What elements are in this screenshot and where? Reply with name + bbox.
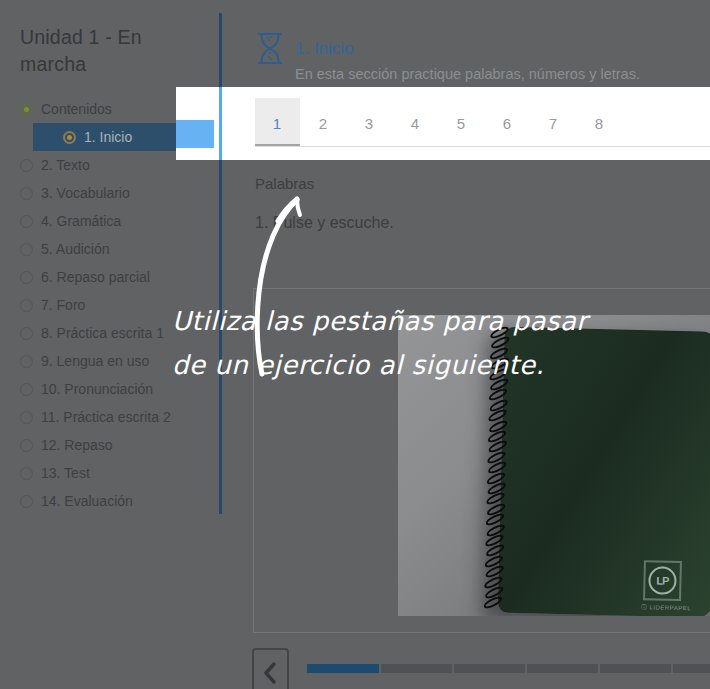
- radio-icon: [63, 131, 76, 144]
- section-title: 1. Inicio: [295, 39, 354, 59]
- radio-icon: [20, 215, 33, 228]
- exercise-tab-1[interactable]: 1: [254, 87, 300, 160]
- radio-icon: [20, 159, 33, 172]
- sidebar-divider-line-highlight: [219, 87, 222, 160]
- sidebar-item-6-repaso-parcial[interactable]: 6. Repaso parcial: [0, 263, 232, 291]
- radio-icon: [20, 439, 33, 452]
- chevron-left-icon: [254, 650, 287, 689]
- progress-segment: [600, 664, 671, 673]
- progress-segment: [307, 664, 379, 673]
- exercise-tab-6[interactable]: 6: [484, 87, 530, 160]
- app-window: Unidad 1 - En marcha Contenidos 1. Inici…: [0, 0, 710, 689]
- radio-icon: [20, 299, 33, 312]
- progress-segment: [527, 664, 598, 673]
- notebook-brand-text: ⓘ LIDERPAPEL: [641, 603, 701, 613]
- exercise-tab-4[interactable]: 4: [392, 87, 438, 160]
- tutorial-hint-line1: Utiliza las pestañas para pasar: [172, 306, 588, 336]
- exercise-tab-3[interactable]: 3: [346, 87, 392, 160]
- radio-icon: [20, 187, 33, 200]
- exercise-tab-strip: 12345678: [254, 87, 710, 160]
- progress-bar: [307, 664, 710, 673]
- radio-icon: [20, 495, 33, 508]
- sidebar-item-14-evaluacion[interactable]: 14. Evaluación: [0, 487, 232, 515]
- radio-icon: [20, 411, 33, 424]
- notebook-logo: LP: [643, 560, 682, 601]
- exercise-tab-7[interactable]: 7: [530, 87, 576, 160]
- radio-icon: [20, 467, 33, 480]
- exercise-tabs-spotlight: 12345678: [176, 87, 710, 160]
- exercise-tab-2[interactable]: 2: [300, 87, 346, 160]
- radio-icon: [20, 355, 33, 368]
- sidebar-item-5-audicion[interactable]: 5. Audición: [0, 235, 232, 263]
- radio-icon: [20, 103, 33, 116]
- section-description: En esta sección practique palabras, núme…: [295, 66, 640, 82]
- sidebar-item-11-practica-escrita-2[interactable]: 11. Práctica escrita 2: [0, 403, 232, 431]
- sidebar-item-4-gramatica[interactable]: 4. Gramática: [0, 207, 232, 235]
- progress-segment: [454, 664, 525, 673]
- tutorial-arrow: [240, 186, 320, 390]
- exercise-tab-5[interactable]: 5: [438, 87, 484, 160]
- exercise-tab-8[interactable]: 8: [576, 87, 622, 160]
- lp-monogram: LP: [648, 566, 677, 595]
- sidebar-item-3-vocabulario[interactable]: 3. Vocabulario: [0, 179, 232, 207]
- sidebar-item-13-test[interactable]: 13. Test: [0, 459, 232, 487]
- radio-icon: [20, 383, 33, 396]
- progress-segment: [673, 664, 710, 673]
- previous-button[interactable]: [252, 648, 289, 689]
- sidebar-item-12-repaso[interactable]: 12. Repaso: [0, 431, 232, 459]
- progress-segment: [381, 664, 452, 673]
- tutorial-hint-line2: de un ejercicio al siguiente.: [172, 350, 544, 380]
- radio-icon: [20, 243, 33, 256]
- unit-title: Unidad 1 - En marcha: [20, 24, 205, 78]
- hourglass-icon: [255, 32, 285, 65]
- active-item-highlight-patch: [176, 120, 214, 148]
- radio-icon: [20, 271, 33, 284]
- radio-icon: [20, 327, 33, 340]
